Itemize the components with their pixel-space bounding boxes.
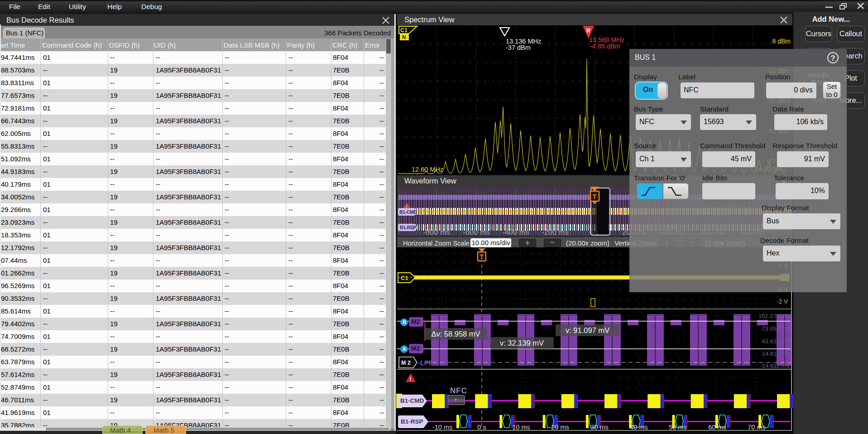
- svg-text:73.054 mV: 73.054 mV: [762, 325, 790, 332]
- svg-text:T: T: [480, 253, 484, 260]
- svg-text:C1: C1: [401, 275, 408, 281]
- svg-text:40 ms: 40 ms: [630, 424, 648, 431]
- svg-text:!: !: [410, 376, 412, 382]
- svg-text:43.832 mV: 43.832 mV: [762, 338, 790, 345]
- svg-text:M 2: M 2: [401, 360, 411, 366]
- svg-text:-10 ms: -10 ms: [432, 424, 452, 431]
- svg-text:-LPF: -LPF: [418, 359, 432, 366]
- svg-text:70 ms: 70 ms: [748, 424, 766, 431]
- svg-text:30 ms: 30 ms: [590, 424, 609, 431]
- svg-text:0 s: 0 s: [477, 424, 486, 431]
- svg-text:20 ms: 20 ms: [551, 424, 569, 431]
- svg-text:-14.611 mV: -14.611 mV: [760, 362, 791, 369]
- svg-text:50 ms: 50 ms: [669, 424, 687, 431]
- svg-text:14.611 mV: 14.611 mV: [762, 350, 790, 357]
- svg-text:-2 V: -2 V: [777, 298, 788, 305]
- svg-text:102.275 mV: 102.275 mV: [758, 313, 790, 319]
- svg-text:60 ms: 60 ms: [708, 424, 726, 431]
- svg-text:10 ms: 10 ms: [512, 424, 530, 431]
